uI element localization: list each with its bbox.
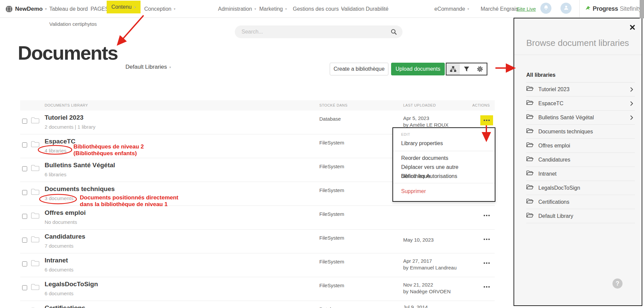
library-name-link[interactable]: Documents techniques <box>45 185 115 193</box>
nav-item-ecommande[interactable]: eCommande ▾ <box>434 0 469 18</box>
user-profile-button[interactable] <box>560 3 572 14</box>
divider <box>393 183 495 183</box>
library-name-link[interactable]: Tutoriel 2023 <box>45 114 84 121</box>
storage-value: FileSystem <box>319 259 344 264</box>
library-filter-dropdown[interactable]: Default Libraries ▾ <box>125 64 171 70</box>
chevron-down-icon: ▾ <box>169 65 171 69</box>
top-navigation-bar: NewDemo ▾ Tableau de bord PAGES Contenu … <box>0 0 644 18</box>
actions-menu-button[interactable] <box>480 282 493 292</box>
row-checkbox[interactable] <box>22 119 27 124</box>
library-meta: 6 libraries <box>45 172 66 177</box>
nav-item-conception[interactable]: Conception ▾ <box>144 0 175 18</box>
actions-menu-button[interactable] <box>480 115 493 125</box>
uploaded-date: Nov 21, 2022 <box>403 282 433 288</box>
library-name-link[interactable]: EspaceTC <box>45 138 75 145</box>
row-checkbox[interactable] <box>22 190 27 195</box>
row-checkbox[interactable] <box>22 285 27 290</box>
chevron-right-icon[interactable] <box>630 87 633 93</box>
nav-item-label: Administration <box>218 6 252 12</box>
nav-item-contenu[interactable]: Contenu ▾ <box>107 1 141 13</box>
panel-item-label: Documents techniques <box>538 129 593 135</box>
panel-item-candidatures[interactable]: Candidatures <box>526 153 635 167</box>
library-name-link[interactable]: Certifications <box>45 304 85 308</box>
create-library-button[interactable]: Create a bibliothèque <box>330 63 388 75</box>
nav-item-label: Marché Engrais <box>481 6 518 12</box>
globe-icon <box>5 0 13 18</box>
chevron-down-icon: ▾ <box>254 7 256 11</box>
user-avatar-icon <box>564 5 569 11</box>
upload-documents-button[interactable]: Upload documents <box>391 63 445 75</box>
close-panel-button[interactable] <box>629 24 636 31</box>
library-name-link[interactable]: LegalsDocToSign <box>45 281 98 288</box>
actions-menu-button[interactable] <box>480 306 493 308</box>
row-checkbox[interactable] <box>22 142 27 147</box>
open-folder-icon <box>526 128 534 135</box>
column-header-uploaded: LAST UPLOADED <box>403 103 436 107</box>
panel-item-espacetc[interactable]: EspaceTC <box>526 97 635 111</box>
column-header-actions: ACTIONS <box>472 103 490 107</box>
panel-item-documents-techniques[interactable]: Documents techniques <box>526 125 635 139</box>
chevron-right-icon[interactable] <box>630 115 633 121</box>
panel-item-certifications[interactable]: Certifications <box>526 195 635 209</box>
progress-sitefinity-logo: Progress Sitefinity <box>585 0 642 18</box>
chevron-down-icon: ▾ <box>45 7 47 11</box>
table-row: LegalsDocToSign 6 documents FileSystem N… <box>20 277 495 301</box>
actions-menu-button[interactable] <box>480 234 493 244</box>
row-checkbox[interactable] <box>22 166 27 171</box>
nav-item-marketing[interactable]: Marketing ▾ <box>259 0 287 18</box>
menu-item-reorder-documents[interactable]: Reorder documents <box>393 153 495 163</box>
nav-item-label: PAGES <box>91 6 109 12</box>
gear-icon[interactable] <box>473 63 487 75</box>
library-name-link[interactable]: Offres emploi <box>45 209 86 217</box>
menu-item-library-properties[interactable]: Library properties <box>393 138 495 148</box>
row-checkbox[interactable] <box>22 261 27 266</box>
folder-icon <box>31 211 40 220</box>
notifications-button[interactable] <box>540 3 551 14</box>
table-row: Intranet 6 documents FileSystem Apr 27, … <box>20 253 495 277</box>
nav-item-marche-engrais[interactable]: Marché Engrais <box>481 0 518 18</box>
folder-icon <box>31 188 40 196</box>
nav-item-label: Gestions des cours <box>293 6 339 12</box>
actions-menu-button[interactable] <box>480 258 493 268</box>
menu-item-set-permissions[interactable]: Définir les Autorisations <box>393 172 495 181</box>
menu-item-delete[interactable]: Supprimer <box>393 186 495 197</box>
chevron-down-icon: ▾ <box>174 7 175 11</box>
open-folder-icon <box>526 198 534 205</box>
library-meta: 6 documents <box>45 267 73 272</box>
row-checkbox[interactable] <box>22 238 27 243</box>
nav-item-pages[interactable]: PAGES <box>91 0 109 18</box>
panel-item-default-library[interactable]: Default Library <box>526 209 635 223</box>
site-selector[interactable]: NewDemo ▾ <box>15 0 47 18</box>
open-folder-icon <box>526 100 534 107</box>
hierarchy-view-icon[interactable] <box>446 63 460 75</box>
nav-item-label: Marketing <box>259 6 283 12</box>
filter-icon[interactable] <box>460 63 473 75</box>
page-title: Documents <box>18 42 118 64</box>
help-icon[interactable]: ? <box>612 279 623 289</box>
panel-item-offres-emploi[interactable]: Offres emploi <box>526 139 635 153</box>
bell-icon <box>543 5 549 11</box>
nav-item-administration[interactable]: Administration ▾ <box>218 0 256 18</box>
chevron-right-icon[interactable] <box>630 101 633 107</box>
search-icon[interactable] <box>390 28 397 37</box>
menu-item-move-to-other-library[interactable]: Déplacer vers une autre bibliothèque <box>393 163 495 172</box>
subnav-item-validation-certiphytos[interactable]: Validation certiphytos <box>49 21 97 27</box>
nav-item-validation-durabilite[interactable]: Validation Durabilité <box>341 0 388 18</box>
page-scrollbar[interactable] <box>640 0 644 18</box>
row-checkbox[interactable] <box>22 214 27 219</box>
column-header-library: DOCUMENTS LIBRARY <box>45 103 88 107</box>
library-name-link[interactable]: Bulletins Santé Végétal <box>45 162 115 169</box>
nav-item-tableau-de-bord[interactable]: Tableau de bord <box>49 0 88 18</box>
panel-item-intranet[interactable]: Intranet <box>526 167 635 181</box>
nav-item-label: eCommande <box>434 6 465 12</box>
site-live-link[interactable]: Site Live <box>517 0 536 18</box>
actions-menu-button[interactable] <box>480 210 493 221</box>
library-name-link[interactable]: Candidatures <box>45 233 85 240</box>
nav-item-gestions-des-cours[interactable]: Gestions des cours ▾ <box>293 0 343 18</box>
chevron-down-icon: ▾ <box>134 5 136 9</box>
panel-item-bulletins-sante-vegetal[interactable]: Bulletins Santé Végétal <box>526 111 635 125</box>
panel-item-tutoriel-2023[interactable]: Tutoriel 2023 <box>526 82 635 97</box>
library-name-link[interactable]: Intranet <box>45 257 68 264</box>
panel-item-legalsdoctosign[interactable]: LegalsDocToSign <box>526 181 635 195</box>
search-input[interactable] <box>241 25 386 38</box>
